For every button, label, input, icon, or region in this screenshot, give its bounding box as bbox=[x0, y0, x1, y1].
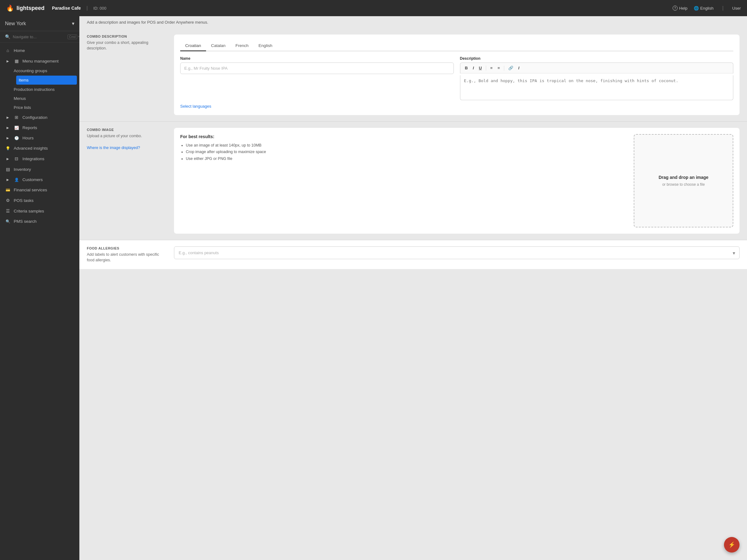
question-icon: ? bbox=[673, 6, 677, 10]
allergies-select[interactable]: E.g., contains peanuts bbox=[174, 246, 740, 259]
sidebar-item-integrations[interactable]: ▶ ⊟ Integrations bbox=[0, 153, 79, 164]
image-dropzone[interactable]: Drag and drop an image or browse to choo… bbox=[634, 134, 733, 228]
sidebar-item-label: Price lists bbox=[14, 105, 31, 110]
financial-icon: 💳 bbox=[5, 188, 10, 192]
arrow-right-icon: ▶ bbox=[5, 126, 10, 129]
name-desc-row: Name Description B I U ≡ bbox=[180, 56, 733, 100]
sidebar-item-pos-tasks[interactable]: ⚙ POS tasks bbox=[0, 195, 79, 206]
sidebar-item-menus[interactable]: Menus bbox=[14, 94, 79, 103]
brand-name: lightspeed bbox=[17, 5, 45, 11]
fab-icon: ⚡ bbox=[728, 541, 735, 548]
topbar-center: Paradise Cafe | ID: 000 bbox=[52, 5, 673, 11]
flame-icon: 🔥 bbox=[6, 4, 14, 12]
sidebar-item-reports[interactable]: ▶ 📈 Reports bbox=[0, 123, 79, 133]
description-group: Description B I U ≡ ≡ 🔗 bbox=[460, 56, 733, 100]
sidebar-search[interactable]: 🔍 Cmd + K bbox=[0, 31, 79, 43]
language-button[interactable]: 🌐 English bbox=[694, 6, 714, 10]
home-icon bbox=[5, 48, 10, 53]
tip-2: Crop image after uploading to maximize s… bbox=[186, 149, 627, 155]
dropdown-arrow-icon: ▾ bbox=[72, 21, 74, 26]
sidebar-item-items[interactable]: Items bbox=[16, 76, 77, 85]
tab-croatian[interactable]: Croatian bbox=[180, 41, 206, 51]
image-tips: For best results: Use an image of at lea… bbox=[180, 134, 627, 228]
unordered-list-button[interactable]: ≡ bbox=[496, 65, 502, 71]
sidebar-item-label: Inventory bbox=[14, 167, 31, 172]
location-selector[interactable]: New York ▾ bbox=[0, 16, 79, 31]
select-languages-link[interactable]: Select languages bbox=[180, 104, 211, 109]
sidebar-item-label: Criteria samples bbox=[14, 209, 44, 213]
description-textarea[interactable] bbox=[460, 75, 733, 100]
arrow-right-icon: ▶ bbox=[5, 136, 10, 140]
food-allergies-section: FOOD ALLERGIES Add labels to alert custo… bbox=[79, 240, 747, 269]
pos-icon: ⚙ bbox=[5, 198, 10, 203]
name-group: Name bbox=[180, 56, 454, 100]
tip-1: Use an image of at least 140px, up to 10… bbox=[186, 142, 627, 149]
inventory-icon: ▤ bbox=[5, 167, 10, 172]
sidebar-item-production-instructions[interactable]: Production instructions bbox=[14, 85, 79, 94]
name-input[interactable] bbox=[180, 62, 454, 74]
combo-image-subtitle: Upload a picture of your combo. bbox=[87, 133, 166, 139]
tab-english[interactable]: English bbox=[254, 41, 277, 51]
sidebar-item-inventory[interactable]: ▤ Inventory bbox=[0, 164, 79, 175]
combo-image-section: COMBO IMAGE Upload a picture of your com… bbox=[79, 122, 747, 240]
globe-icon: 🌐 bbox=[694, 6, 699, 10]
brand-logo[interactable]: 🔥 lightspeed bbox=[6, 4, 45, 12]
user-button[interactable]: User bbox=[732, 6, 741, 10]
integrations-icon: ⊟ bbox=[14, 156, 19, 161]
sidebar-item-financial-services[interactable]: 💳 Financial services bbox=[0, 185, 79, 195]
sidebar-item-price-lists[interactable]: Price lists bbox=[14, 103, 79, 112]
ordered-list-button[interactable]: ≡ bbox=[489, 65, 494, 71]
combo-desc-title: COMBO DESCRIPTION bbox=[87, 34, 166, 38]
language-tabs: Croatian Catalan French English bbox=[180, 41, 733, 51]
search-input[interactable] bbox=[13, 34, 65, 39]
tab-catalan[interactable]: Catalan bbox=[206, 41, 231, 51]
combo-image-content: For best results: Use an image of at lea… bbox=[174, 128, 740, 234]
sidebar-item-label: PMS search bbox=[14, 219, 37, 224]
link-button[interactable]: 🔗 bbox=[507, 65, 515, 71]
hours-icon: 🕐 bbox=[14, 136, 19, 140]
sidebar-item-accounting-groups[interactable]: Accounting groups bbox=[14, 66, 79, 75]
place-name: Paradise Cafe bbox=[52, 6, 81, 10]
topbar-right: ? Help 🌐 English | User bbox=[673, 5, 741, 11]
combo-description-content: Croatian Catalan French English Name bbox=[174, 34, 740, 115]
keyboard-hint: Cmd + K bbox=[68, 34, 79, 39]
image-display-link[interactable]: Where is the image displayed? bbox=[87, 145, 140, 150]
allergies-desc: Add labels to alert customers with speci… bbox=[87, 252, 166, 263]
fab-button[interactable]: ⚡ bbox=[724, 537, 740, 553]
insights-icon: 💡 bbox=[5, 146, 10, 151]
help-button[interactable]: ? Help bbox=[673, 6, 688, 10]
sidebar-item-menu-management[interactable]: ▶ ▦ Menu management bbox=[0, 56, 79, 66]
toolbar-sep2 bbox=[504, 65, 504, 71]
sidebar-item-customers[interactable]: ▶ 👤 Customers bbox=[0, 175, 79, 185]
sidebar-item-label: POS tasks bbox=[14, 198, 34, 203]
sidebar-item-label: Home bbox=[14, 48, 25, 53]
tip-3: Use either JPG or PNG file bbox=[186, 156, 627, 162]
sidebar-item-label: Financial services bbox=[14, 188, 47, 192]
sidebar-item-label: Integrations bbox=[22, 157, 45, 161]
sidebar-item-label: Reports bbox=[22, 125, 37, 130]
italic-button[interactable]: I bbox=[471, 65, 475, 71]
allergies-label: FOOD ALLERGIES Add labels to alert custo… bbox=[87, 246, 174, 263]
sidebar-item-pms-search[interactable]: 🔍 PMS search bbox=[0, 216, 79, 226]
criteria-icon: ☰ bbox=[5, 209, 10, 213]
main-content: Add a description and images for POS and… bbox=[79, 16, 747, 560]
italic2-button[interactable]: I bbox=[517, 65, 521, 71]
name-label: Name bbox=[180, 56, 454, 61]
reports-icon: 📈 bbox=[14, 126, 19, 130]
sidebar-item-hours[interactable]: ▶ 🕐 Hours bbox=[0, 133, 79, 143]
bold-button[interactable]: B bbox=[463, 65, 469, 71]
sidebar-item-label: Items bbox=[19, 78, 29, 82]
dropzone-subtitle: or browse to choose a file bbox=[662, 182, 705, 187]
allergies-select-wrap: E.g., contains peanuts bbox=[174, 246, 740, 259]
sidebar-item-home[interactable]: Home bbox=[0, 45, 79, 56]
sidebar-item-configuration[interactable]: ▶ ⊞ Configuration bbox=[0, 112, 79, 123]
config-icon: ⊞ bbox=[14, 115, 19, 120]
allergies-title: FOOD ALLERGIES bbox=[87, 246, 166, 250]
tab-french[interactable]: French bbox=[231, 41, 254, 51]
sidebar-nav: Home ▶ ▦ Menu management Accounting grou… bbox=[0, 43, 79, 560]
sidebar-item-criteria-samples[interactable]: ☰ Criteria samples bbox=[0, 206, 79, 216]
sidebar-item-label: Customers bbox=[22, 177, 43, 182]
sidebar-item-advanced-insights[interactable]: 💡 Advanced insights bbox=[0, 143, 79, 153]
underline-button[interactable]: U bbox=[478, 65, 483, 71]
layout: New York ▾ 🔍 Cmd + K Home ▶ ▦ Menu manag… bbox=[0, 16, 747, 560]
